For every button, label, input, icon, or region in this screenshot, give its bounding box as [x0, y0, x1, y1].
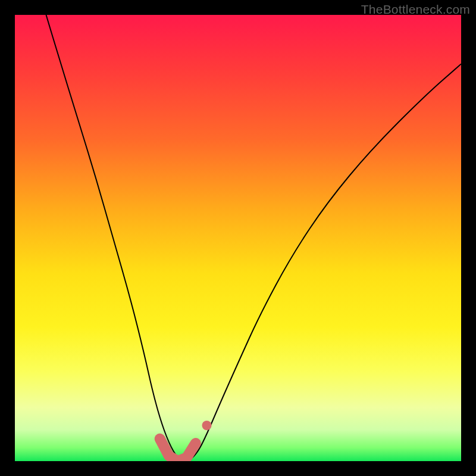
value-marker-dot	[202, 421, 212, 430]
bottleneck-plot	[15, 15, 461, 461]
bottleneck-curve	[46, 15, 462, 461]
watermark-text: TheBottleneck.com	[361, 2, 470, 17]
chart-area	[15, 15, 461, 461]
optimal-range-highlight	[160, 439, 196, 462]
